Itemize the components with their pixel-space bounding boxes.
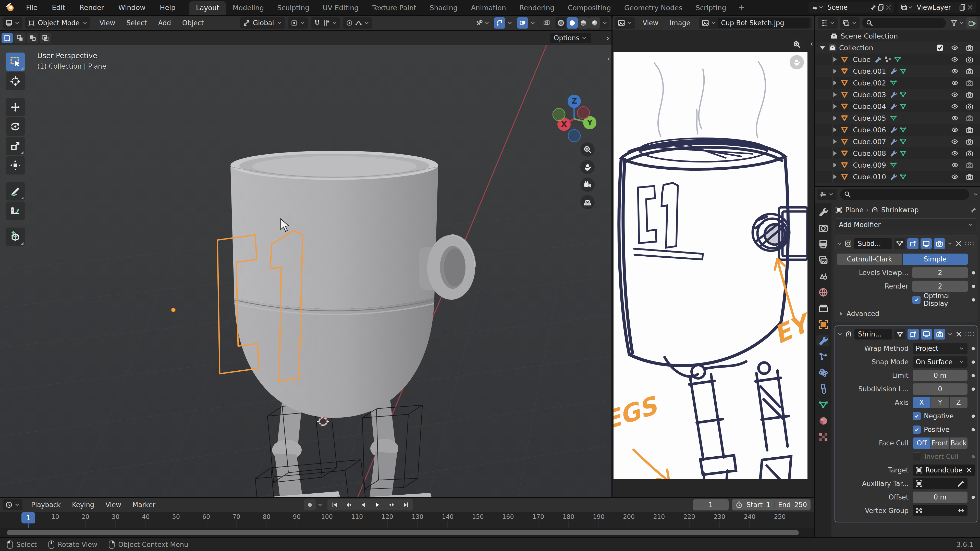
image-editor-menu-item[interactable]: Image — [664, 19, 696, 27]
prev-keyframe-button[interactable] — [342, 499, 356, 510]
outliner-item-name[interactable]: Cube.004 — [853, 103, 886, 110]
breadcrumb-object[interactable]: Plane — [845, 206, 863, 214]
expand-icon[interactable] — [819, 44, 826, 52]
disable-render-icon[interactable] — [966, 114, 974, 122]
outliner-row[interactable]: Cube.005 — [815, 112, 980, 124]
hide-viewport-icon[interactable] — [951, 56, 959, 63]
toggle-edit-mode[interactable] — [894, 329, 905, 340]
expand-icon[interactable] — [831, 103, 838, 110]
disable-render-icon[interactable] — [966, 149, 974, 157]
expand-icon[interactable] — [831, 126, 838, 134]
offset-field[interactable]: 0 m — [913, 492, 967, 503]
outliner-row[interactable]: Cube.007 — [815, 136, 980, 148]
workspace-tab[interactable]: Rendering — [513, 1, 561, 15]
editor-type-outliner[interactable] — [818, 17, 838, 29]
expand-icon[interactable] — [831, 79, 838, 87]
negative-checkbox[interactable] — [913, 412, 921, 420]
collection-checkbox[interactable] — [936, 44, 944, 52]
select-mode-set[interactable] — [2, 33, 13, 43]
proportional-editing-controls[interactable] — [343, 17, 372, 29]
snapping-controls[interactable] — [311, 17, 340, 29]
hide-viewport-icon[interactable] — [951, 161, 959, 169]
axis-option[interactable]: Z — [950, 397, 967, 408]
face-cull-option[interactable]: Back — [950, 437, 967, 449]
breadcrumb-modifier[interactable]: Shrinkwrap — [881, 206, 919, 214]
hide-viewport-icon[interactable] — [951, 149, 959, 157]
menubar-item[interactable]: Render — [72, 3, 111, 11]
toggle-render[interactable] — [934, 329, 945, 340]
optimal-display-checkbox[interactable] — [912, 295, 921, 304]
outliner-row[interactable]: Cube.010 — [815, 171, 980, 183]
outliner-row[interactable]: Cube.006 — [815, 124, 980, 136]
image-editor[interactable]: LEGS EYE ‹ — [612, 30, 814, 497]
invert-vertex-group-icon[interactable] — [957, 507, 965, 514]
properties-search[interactable] — [840, 189, 969, 200]
pin-icon[interactable] — [869, 3, 877, 11]
hide-viewport-icon[interactable] — [951, 44, 959, 52]
modifier-name-field[interactable]: Shrin... — [854, 329, 892, 340]
tool-add-cube[interactable] — [6, 227, 25, 246]
hide-viewport-icon[interactable] — [951, 91, 959, 98]
tab-object[interactable] — [818, 319, 829, 330]
object-visibility-dropdown[interactable] — [474, 17, 492, 29]
new-scene-button[interactable] — [877, 3, 885, 11]
auxiliary-target-field[interactable] — [913, 478, 967, 489]
frame-range-fields[interactable]: Start 1 End 250 — [732, 499, 811, 510]
scene-selector[interactable]: Scene — [808, 2, 894, 13]
expand-icon[interactable] — [831, 161, 838, 169]
image-zoom-button[interactable] — [790, 37, 804, 52]
transform-orientation-dropdown[interactable]: Global — [240, 17, 285, 29]
drag-handle[interactable]: ∷∷ — [965, 330, 975, 338]
modifier-extras-dropdown[interactable] — [947, 241, 953, 246]
shading-rendered-button[interactable] — [589, 17, 600, 29]
remove-modifier-button[interactable] — [955, 330, 963, 338]
animate-dot[interactable] — [972, 271, 975, 275]
3d-viewport[interactable]: User Perspective (1) Collection | Plane — [0, 45, 611, 497]
scrollbar-thumb[interactable] — [6, 530, 799, 535]
navigation-gizmo[interactable]: Z Y X — [549, 94, 600, 144]
disable-render-icon[interactable] — [966, 56, 974, 63]
viewport-menu-item[interactable]: Select — [121, 19, 153, 27]
animate-dot[interactable] — [972, 414, 975, 418]
image-pan-button[interactable] — [790, 55, 804, 69]
new-collection-button[interactable] — [966, 17, 977, 29]
hide-viewport-icon[interactable] — [951, 67, 959, 75]
animate-dot[interactable] — [972, 495, 975, 499]
outliner-item-name[interactable]: Cube.008 — [853, 149, 886, 157]
animate-dot[interactable] — [972, 387, 975, 391]
jump-to-start-button[interactable] — [328, 499, 342, 510]
viewport-menu-item[interactable]: View — [94, 19, 121, 27]
hide-viewport-icon[interactable] — [951, 79, 959, 87]
tab-texture[interactable] — [818, 432, 829, 442]
pan-button[interactable] — [580, 160, 595, 174]
toggle-render[interactable] — [934, 238, 945, 249]
outliner-item-name[interactable]: Cube.009 — [853, 161, 886, 169]
workspace-tab[interactable]: Compositing — [561, 1, 617, 15]
outliner-item-name[interactable]: Cube — [853, 56, 871, 64]
image-sidebar-toggle[interactable]: ‹ — [810, 39, 813, 48]
editor-type-image[interactable] — [615, 17, 635, 29]
outliner-row[interactable]: Cube — [815, 54, 980, 65]
add-modifier-button[interactable]: Add Modifier — [835, 218, 977, 231]
axis-option[interactable]: X — [913, 397, 931, 408]
tab-physics[interactable] — [818, 367, 829, 378]
expand-icon[interactable] — [831, 185, 838, 186]
current-frame-field[interactable]: 1 — [693, 499, 729, 510]
options-dropdown[interactable]: Options — [550, 33, 591, 43]
modifier-extras-dropdown[interactable] — [947, 331, 953, 337]
outliner-row-scene-collection[interactable]: Scene Collection — [815, 30, 980, 42]
workspace-tab[interactable]: UV Editing — [316, 1, 365, 15]
expand-icon[interactable] — [831, 114, 838, 122]
workspace-tab[interactable]: Scripting — [689, 1, 733, 15]
timeline-scrollbar[interactable] — [0, 528, 814, 537]
outliner-row[interactable]: Cube.002 — [815, 77, 980, 89]
pin-icon[interactable] — [969, 206, 977, 214]
animate-dot[interactable] — [972, 360, 975, 364]
outliner-row[interactable]: Cube.004 — [815, 100, 980, 112]
toggle-cage[interactable] — [907, 329, 919, 340]
expand-icon[interactable] — [831, 91, 838, 98]
tab-modifiers[interactable] — [818, 335, 829, 346]
timeline-ruler[interactable]: 1102030405060708090100110120130140150160… — [0, 512, 814, 528]
tool-measure[interactable] — [6, 202, 25, 220]
tool-cursor[interactable] — [6, 72, 25, 90]
